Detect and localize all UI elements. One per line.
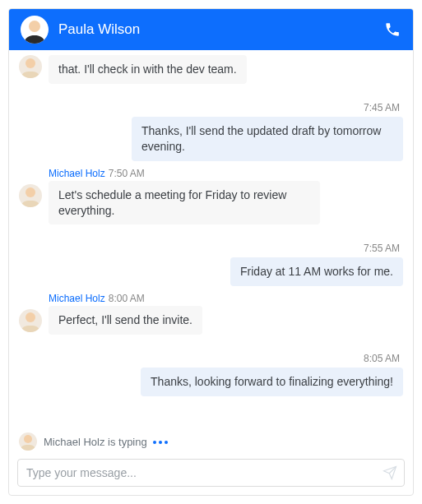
typing-avatar (19, 432, 37, 451)
chat-header: Paula Wilson (9, 9, 413, 50)
message-time: 8:00 AM (109, 293, 145, 304)
message-bubble: that. I'll check in with the dev team. (49, 55, 247, 84)
incoming-message: Michael Holz8:00 AMPerfect, I'll send th… (19, 293, 403, 335)
svg-point-2 (26, 187, 35, 197)
message-time: 7:50 AM (109, 168, 145, 179)
svg-point-1 (26, 58, 35, 68)
avatar-icon (19, 184, 42, 207)
incoming-message: that. I'll check in with the dev team. (19, 55, 403, 84)
outgoing-message: Thanks, looking forward to finalizing ev… (19, 368, 403, 396)
message-avatar (19, 184, 42, 207)
contact-name: Paula Wilson (58, 21, 373, 38)
message-timestamp: 7:45 AM (19, 102, 400, 113)
message-input[interactable] (18, 460, 376, 486)
message-timestamp: 8:05 AM (19, 353, 400, 364)
message-bubble: Let's schedule a meeting for Friday to r… (49, 181, 320, 225)
call-button[interactable] (383, 21, 401, 39)
message-meta: Michael Holz7:50 AM (49, 168, 320, 179)
composer-box (17, 459, 405, 487)
message-avatar (19, 55, 42, 78)
typing-dots-icon (153, 441, 168, 444)
message-list[interactable]: that. I'll check in with the dev team.7:… (9, 50, 413, 432)
message-bubble: Perfect, I'll send the invite. (49, 306, 202, 335)
typing-text: Michael Holz is typing (44, 436, 168, 448)
svg-point-4 (24, 435, 32, 443)
message-sender: Michael Holz (49, 293, 105, 304)
message-bubble: Friday at 11 AM works for me. (230, 257, 403, 286)
contact-avatar[interactable] (21, 16, 49, 44)
send-button[interactable] (376, 465, 404, 480)
outgoing-message: Thanks, I'll send the updated draft by t… (19, 117, 403, 161)
chat-window: Paula Wilson that. I'll check in with th… (8, 8, 414, 496)
avatar-icon (19, 432, 37, 451)
composer (9, 454, 413, 495)
message-meta: Michael Holz8:00 AM (49, 293, 202, 304)
typing-indicator: Michael Holz is typing (9, 432, 413, 454)
outgoing-message: Friday at 11 AM works for me. (19, 257, 403, 286)
avatar-icon (19, 55, 42, 78)
message-sender: Michael Holz (49, 168, 105, 179)
message-timestamp: 7:55 AM (19, 243, 400, 254)
avatar-icon (19, 309, 42, 332)
phone-icon (384, 21, 401, 38)
svg-point-3 (26, 312, 35, 322)
message-bubble: Thanks, looking forward to finalizing ev… (141, 368, 403, 396)
incoming-message: Michael Holz7:50 AMLet's schedule a meet… (19, 168, 403, 225)
message-avatar (19, 309, 42, 332)
message-bubble: Thanks, I'll send the updated draft by t… (132, 117, 403, 161)
send-icon (383, 465, 397, 480)
svg-point-0 (29, 21, 40, 32)
avatar-icon (21, 16, 49, 44)
